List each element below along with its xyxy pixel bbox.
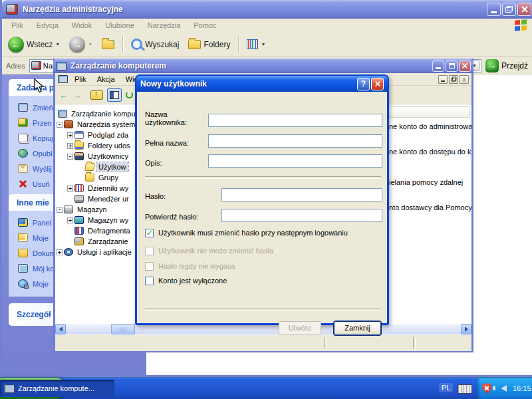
restore-button[interactable] xyxy=(502,3,516,16)
tree-item[interactable]: Usługi i aplikacje xyxy=(57,247,140,257)
tree-item[interactable]: Defragmenta xyxy=(57,225,140,236)
tree-item-icon xyxy=(64,120,73,128)
list-row[interactable]: ne konto do dostępu do k xyxy=(389,148,471,156)
tree-item-icon xyxy=(74,152,84,160)
tree-expander-icon[interactable] xyxy=(67,217,73,223)
menu-item[interactable]: Edycja xyxy=(30,20,65,31)
tree-expander-icon[interactable] xyxy=(57,207,63,213)
tree-expander-icon[interactable] xyxy=(67,143,73,149)
keyboard-icon[interactable] xyxy=(458,384,472,394)
tree-item[interactable]: Zarządzanie komput xyxy=(57,108,140,119)
tree-item[interactable]: Podgląd zda xyxy=(57,130,140,140)
tree-item-label: Menedżer ur xyxy=(86,194,131,203)
dialog-body: Nazwa użytkownika: Pełna nazwa: Opis: Ha… xyxy=(137,92,387,323)
menu-item[interactable]: Plik xyxy=(69,74,92,84)
tree-item-icon xyxy=(74,216,84,224)
views-button[interactable]: ▼ xyxy=(243,38,269,51)
refresh-icon[interactable] xyxy=(126,91,133,98)
back-button[interactable]: ← Wstecz ▼ xyxy=(5,35,63,54)
taskbar-window-button[interactable]: Zarządzanie kompute... xyxy=(0,380,114,397)
menu-item[interactable]: Akcja xyxy=(92,74,120,84)
restore-icon xyxy=(451,77,456,82)
tree-item[interactable]: Użytkownicy xyxy=(57,151,140,162)
minimize-button[interactable] xyxy=(432,61,444,72)
password-field[interactable] xyxy=(221,188,382,201)
tree-item-label: Magazyn wy xyxy=(86,215,130,225)
tree-expander-icon[interactable] xyxy=(67,154,73,160)
tree-item[interactable]: Magazyn xyxy=(57,204,140,215)
mdi-close-button[interactable]: x xyxy=(460,75,469,84)
tree-item[interactable]: Menedżer ur xyxy=(57,194,140,204)
up-button[interactable]: ↑ xyxy=(98,39,118,51)
scroll-right-button[interactable] xyxy=(461,324,471,334)
close-button[interactable] xyxy=(459,61,471,72)
mdi-restore-button[interactable] xyxy=(449,75,458,84)
menu-item[interactable]: Narzędzia xyxy=(141,20,188,31)
search-button[interactable]: Wyszukaj xyxy=(128,37,182,51)
fullname-field[interactable] xyxy=(208,134,382,148)
list-row-description: ielania pomocy zdalnej xyxy=(389,178,463,186)
tree-expander-icon[interactable] xyxy=(67,186,73,192)
up-folder-icon[interactable]: ↑ xyxy=(90,90,103,100)
minimize-button[interactable] xyxy=(487,3,501,16)
checkbox[interactable] xyxy=(145,262,154,271)
menu-item[interactable]: Plik xyxy=(5,20,30,31)
sidebar-item-icon xyxy=(18,164,28,173)
menu-item[interactable]: Ulubione xyxy=(98,20,140,31)
statusbar-divider xyxy=(325,337,327,348)
tree-item[interactable]: Narzędzia system xyxy=(57,119,140,130)
volume-icon[interactable] xyxy=(501,385,507,392)
sidebar-item-icon xyxy=(18,149,28,158)
go-icon: → xyxy=(485,59,499,72)
tree-expander-icon[interactable] xyxy=(67,132,73,138)
close-button[interactable] xyxy=(517,3,531,16)
tree-item[interactable]: Magazyn wy xyxy=(57,215,140,225)
horizontal-scrollbar[interactable] xyxy=(55,324,471,334)
close-dialog-button[interactable]: Zamknij xyxy=(334,321,381,335)
explorer-titlebar[interactable]: Narzędzia administracyjne xyxy=(2,0,532,19)
dialog-titlebar[interactable]: Nowy użytkownik ? xyxy=(136,76,388,92)
tree-item[interactable]: Foldery udos xyxy=(57,140,140,151)
folders-button[interactable]: Foldery xyxy=(185,39,233,51)
mmc-titlebar[interactable]: Zarządzanie komputerem xyxy=(53,59,473,73)
tree-item[interactable]: Zarządzanie xyxy=(57,236,140,247)
confirm-password-field[interactable] xyxy=(221,209,382,222)
go-button[interactable]: → Przejdź xyxy=(485,59,528,72)
forward-button[interactable]: → ▼ xyxy=(66,35,96,54)
close-button[interactable] xyxy=(371,78,384,90)
sidebar-item-label: Dokum xyxy=(33,249,56,257)
list-row[interactable]: nto dostawcy dla Pomocy xyxy=(389,203,471,211)
mdi-minimize-button[interactable] xyxy=(438,75,448,84)
maximize-button[interactable] xyxy=(446,61,458,72)
back-icon[interactable]: ← xyxy=(59,90,68,100)
back-dropdown-icon[interactable]: ▼ xyxy=(55,42,60,47)
sidebar-item-label: Przen xyxy=(33,119,52,127)
list-row[interactable]: ielania pomocy zdalnej xyxy=(389,178,463,186)
list-row[interactable]: ne konto do administrowa xyxy=(389,122,471,130)
tree-item-label: Grupy xyxy=(96,173,120,182)
console-tree-toggle-button[interactable] xyxy=(107,88,122,102)
language-indicator[interactable]: PL xyxy=(439,383,453,392)
security-shield-icon[interactable] xyxy=(482,383,491,394)
scroll-left-button[interactable] xyxy=(55,324,66,334)
forward-icon[interactable]: → xyxy=(72,90,82,100)
description-field[interactable] xyxy=(208,154,382,168)
tree-item-icon xyxy=(64,248,73,256)
tree-item[interactable]: Grupy xyxy=(57,172,140,183)
folders-icon xyxy=(188,40,201,49)
fullname-label: Pełna nazwa: xyxy=(145,139,189,147)
menu-item[interactable]: Widok xyxy=(65,20,99,31)
tree-item[interactable]: Dzienniki wy xyxy=(57,183,140,194)
tree-expander-icon[interactable] xyxy=(57,122,63,128)
checkbox[interactable] xyxy=(145,247,154,255)
tree-item[interactable]: Użytkow xyxy=(57,162,140,172)
menu-item[interactable]: Pomoc xyxy=(187,20,223,31)
create-button[interactable]: Utwórz xyxy=(279,321,321,335)
checkbox[interactable] xyxy=(145,229,154,237)
tree-expander-icon[interactable] xyxy=(57,249,63,255)
username-label: Nazwa użytkownika: xyxy=(145,110,206,126)
username-field[interactable] xyxy=(208,114,382,127)
help-button[interactable]: ? xyxy=(357,78,370,90)
scrollbar-thumb[interactable] xyxy=(111,324,135,334)
checkbox[interactable] xyxy=(145,277,154,285)
